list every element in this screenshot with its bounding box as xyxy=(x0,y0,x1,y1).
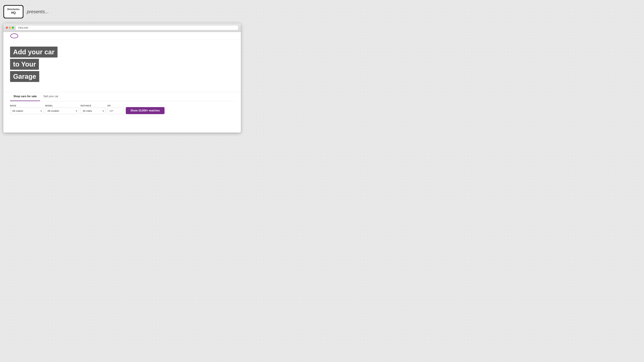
hero-headline: Add your car to Your Garage xyxy=(10,46,234,82)
headline-line2: to Your xyxy=(10,59,39,70)
make-select[interactable]: All makes xyxy=(10,108,44,114)
minimize-button[interactable] xyxy=(9,27,11,29)
model-select-wrapper: All models ▾ xyxy=(45,108,79,114)
distance-form-group: Distance 30 miles ▾ xyxy=(80,105,106,114)
svg-text:HQ: HQ xyxy=(11,11,16,14)
model-form-group: Model All models ▾ xyxy=(45,105,79,114)
presents-text: presents... xyxy=(27,9,49,14)
distance-select-wrapper: 30 miles ▾ xyxy=(80,108,106,114)
headline-line1: Add your car xyxy=(10,46,58,57)
search-submit-button[interactable]: Show 10,000+ matches xyxy=(126,107,164,114)
browser-content: Add your car to Your Garage Shop cars fo… xyxy=(3,32,241,133)
zip-input[interactable] xyxy=(107,108,124,114)
distance-select[interactable]: 30 miles xyxy=(81,108,106,114)
tab-shop-cars[interactable]: Shop cars for sale xyxy=(10,92,40,101)
model-select[interactable]: All models xyxy=(46,108,79,114)
svg-text:Directories: Directories xyxy=(7,8,20,10)
zip-label: ZIP xyxy=(107,105,124,107)
maximize-button[interactable] xyxy=(12,27,14,29)
search-form-row: Make All makes ▾ Model All models xyxy=(10,105,234,114)
close-button[interactable] xyxy=(6,27,8,29)
svg-point-3 xyxy=(10,34,18,38)
search-section: Shop cars for sale Sell your car Make Al… xyxy=(3,92,241,119)
headline-line3: Garage xyxy=(10,71,39,82)
make-form-group: Make All makes ▾ xyxy=(10,105,44,114)
zip-form-group: ZIP xyxy=(107,105,124,114)
make-select-wrapper: All makes ▾ xyxy=(10,108,44,114)
address-bar[interactable]: Cars.com xyxy=(16,25,238,30)
browser-window: Cars.com Add your car to Your Garage Sho… xyxy=(3,23,241,133)
model-label: Model xyxy=(45,105,79,107)
make-label: Make xyxy=(10,105,44,107)
site-nav-strip xyxy=(3,32,241,40)
hero-section: Add your car to Your Garage xyxy=(3,40,241,92)
distance-label: Distance xyxy=(80,105,106,107)
directories-hq-logo: Directories HQ xyxy=(3,5,24,18)
search-tabs: Shop cars for sale Sell your car xyxy=(10,92,234,101)
browser-chrome: Cars.com xyxy=(3,23,241,32)
tab-sell-car[interactable]: Sell your car xyxy=(40,92,62,101)
presenter-area: Directories HQ presents... xyxy=(3,3,241,20)
traffic-lights xyxy=(6,27,14,29)
